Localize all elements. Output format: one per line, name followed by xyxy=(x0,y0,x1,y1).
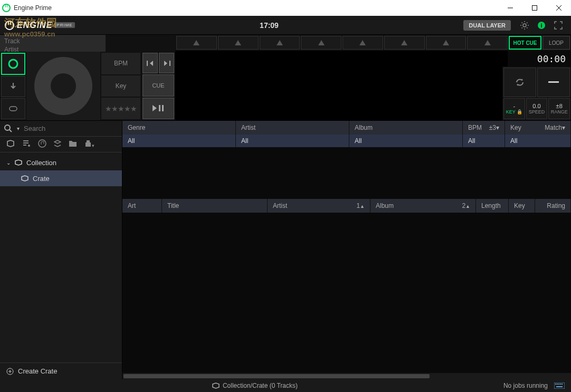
play-pause-button[interactable] xyxy=(142,98,174,119)
svg-point-15 xyxy=(5,125,10,130)
fullscreen-icon[interactable] xyxy=(551,18,566,33)
expand-icon[interactable]: ⌄ xyxy=(6,160,11,166)
filter-genre-all[interactable]: All xyxy=(122,135,236,147)
svg-rect-28 xyxy=(556,386,563,387)
rating-display[interactable]: ★★★★★ xyxy=(101,98,140,119)
svg-rect-26 xyxy=(560,384,561,385)
svg-text:i: i xyxy=(540,22,542,28)
create-crate-button[interactable]: Create Crate xyxy=(0,362,122,379)
filter-artist-all[interactable]: All xyxy=(236,135,349,147)
bpm-display[interactable]: BPM xyxy=(101,53,140,74)
jobs-status: No jobs running xyxy=(503,382,548,389)
waveform-detail[interactable] xyxy=(175,66,502,120)
sync-button[interactable] xyxy=(503,68,536,97)
svg-line-16 xyxy=(9,130,12,132)
svg-rect-9 xyxy=(10,22,11,25)
column-key[interactable]: Key xyxy=(509,199,535,213)
cue-slot-3[interactable] xyxy=(260,36,300,50)
cue-slot-7[interactable] xyxy=(426,36,467,50)
usb-icon[interactable]: ▾ xyxy=(84,140,94,149)
key-param[interactable]: -KEY 🔒 xyxy=(503,98,525,119)
filter-bpm-all[interactable]: All xyxy=(463,135,505,147)
column-art[interactable]: Art xyxy=(122,199,162,213)
cue-slot-6[interactable] xyxy=(384,36,425,50)
cue-button[interactable]: CUE xyxy=(142,74,174,96)
maximize-button[interactable] xyxy=(522,0,547,16)
search-dropdown-icon[interactable]: ▾ xyxy=(17,126,20,131)
jog-wheel[interactable] xyxy=(26,52,100,120)
dual-layer-button[interactable]: DUAL LAYER xyxy=(463,20,511,31)
sidebar: ▾ ▾ ⌄ Collection Crate Create Crate xyxy=(0,121,122,379)
itunes-icon[interactable] xyxy=(38,139,46,149)
track-list-header: Art Title Artist1▲ Album2▲ Length Key Ra… xyxy=(122,199,571,213)
keyboard-icon[interactable] xyxy=(554,383,565,389)
filter-album-all[interactable]: All xyxy=(349,135,463,147)
filter-artist-header[interactable]: Artist xyxy=(236,121,349,135)
svg-rect-23 xyxy=(555,384,556,385)
search-input[interactable] xyxy=(24,125,118,132)
prev-track-button[interactable] xyxy=(142,53,158,73)
clock: 17:09 xyxy=(75,21,464,30)
window-title: Engine Prime xyxy=(14,4,52,12)
serato-icon[interactable] xyxy=(54,140,61,149)
svg-point-10 xyxy=(523,24,526,27)
filter-bpm-header[interactable]: BPM±3▾ xyxy=(463,121,505,135)
info-icon[interactable]: i xyxy=(534,18,549,33)
waveform-overview[interactable] xyxy=(175,51,508,66)
svg-rect-20 xyxy=(85,142,91,147)
cue-slot-2[interactable] xyxy=(218,36,259,50)
track-label: Track xyxy=(4,37,101,45)
close-button[interactable] xyxy=(547,0,571,16)
svg-rect-8 xyxy=(8,22,9,25)
column-title[interactable]: Title xyxy=(162,199,268,213)
speed-param[interactable]: 0.0SPEED xyxy=(526,98,548,119)
logo-text: ENGINE xyxy=(17,21,52,30)
hotcue-button[interactable]: HOT CUE xyxy=(509,36,541,50)
next-track-button[interactable] xyxy=(159,53,174,73)
svg-rect-27 xyxy=(562,384,563,385)
crates-icon[interactable] xyxy=(6,139,15,149)
needle-drop-button[interactable] xyxy=(1,76,25,97)
app-icon xyxy=(2,4,11,12)
cue-slot-1[interactable] xyxy=(176,36,217,50)
column-album[interactable]: Album2▲ xyxy=(370,199,476,213)
filter-genre-header[interactable]: Genre xyxy=(122,121,236,135)
search-icon[interactable] xyxy=(4,125,13,133)
browser: ▾ ▾ ⌄ Collection Crate Create Crate xyxy=(0,121,571,379)
loop-mode-button[interactable] xyxy=(1,98,25,119)
svg-rect-14 xyxy=(548,81,559,83)
svg-rect-25 xyxy=(558,384,559,385)
tree-crate[interactable]: Crate xyxy=(0,170,122,186)
filter-key-header[interactable]: KeyMatch▾ xyxy=(505,121,571,135)
tree-collection[interactable]: ⌄ Collection xyxy=(0,155,122,170)
vinyl-mode-button[interactable] xyxy=(1,53,25,75)
filter-album-header[interactable]: Album xyxy=(349,121,463,135)
svg-rect-1 xyxy=(5,5,6,7)
column-artist[interactable]: Artist1▲ xyxy=(268,199,370,213)
folder-icon[interactable] xyxy=(69,140,77,149)
key-display[interactable]: Key xyxy=(101,75,140,97)
window-titlebar: Engine Prime xyxy=(0,0,571,16)
minimize-button[interactable] xyxy=(498,0,522,16)
settings-icon[interactable] xyxy=(517,18,532,33)
svg-point-7 xyxy=(5,21,14,30)
column-length[interactable]: Length xyxy=(476,199,509,213)
logo: ENGINE PRIME xyxy=(4,20,75,31)
svg-rect-22 xyxy=(554,383,565,389)
column-rating[interactable]: Rating xyxy=(535,199,571,213)
filter-key-all[interactable]: All xyxy=(505,135,571,147)
playlists-icon[interactable] xyxy=(22,139,31,149)
pitch-reset-button[interactable] xyxy=(537,68,570,97)
track-info-panel: Track Artist xyxy=(0,35,106,52)
crate-icon xyxy=(15,159,22,166)
range-param[interactable]: ±8RANGE xyxy=(548,98,570,119)
horizontal-scrollbar[interactable] xyxy=(122,373,571,379)
status-bar: Collection/Crate (0 Tracks) No jobs runn… xyxy=(0,379,571,392)
svg-rect-19 xyxy=(87,140,90,142)
cue-slot-4[interactable] xyxy=(301,36,341,50)
loop-button[interactable]: LOOP xyxy=(543,36,570,50)
cue-slot-5[interactable] xyxy=(342,36,383,50)
svg-rect-24 xyxy=(557,384,558,385)
collection-tree: ⌄ Collection Crate xyxy=(0,152,122,362)
cue-slot-8[interactable] xyxy=(467,36,508,50)
